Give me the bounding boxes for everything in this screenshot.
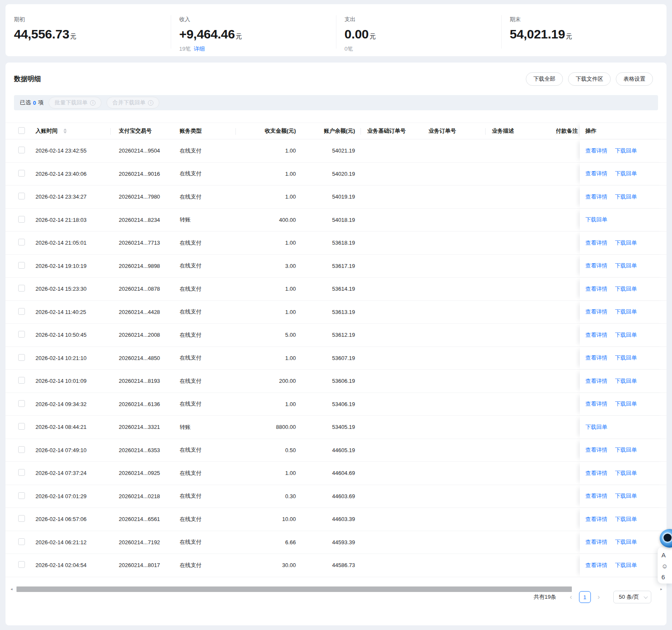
row-checkbox[interactable] (18, 538, 25, 545)
row-checkbox[interactable] (18, 423, 25, 430)
cell-amount: 1.00 (235, 470, 296, 476)
row-checkbox[interactable] (18, 193, 25, 199)
assistant-panel-icon[interactable]: 6 (661, 572, 672, 583)
cell-txid: 20260214...4850 (119, 355, 180, 361)
row-checkbox[interactable] (18, 308, 25, 315)
download-receipt-link[interactable]: 下载回单 (615, 515, 637, 523)
download-receipt-link[interactable]: 下载回单 (615, 308, 637, 316)
view-detail-link[interactable]: 查看详情 (585, 147, 607, 155)
table-settings-button[interactable]: 表格设置 (616, 72, 653, 86)
row-checkbox[interactable] (18, 170, 25, 177)
download-receipt-link[interactable]: 下载回单 (615, 469, 637, 477)
detail-link[interactable]: 详细 (194, 46, 205, 52)
view-detail-link[interactable]: 查看详情 (585, 354, 607, 362)
view-detail-link[interactable]: 查看详情 (585, 538, 607, 546)
col-header-amount: 收支金额(元) (235, 127, 296, 135)
cell-balance: 54020.19 (296, 171, 355, 177)
download-receipt-link[interactable]: 下载回单 (615, 170, 637, 177)
row-checkbox[interactable] (18, 446, 25, 453)
download-receipt-link[interactable]: 下载回单 (615, 262, 637, 270)
view-detail-link[interactable]: 查看详情 (585, 492, 607, 500)
row-checkbox[interactable] (18, 400, 25, 407)
scrollbar-thumb[interactable] (16, 586, 572, 592)
row-checkbox[interactable] (18, 561, 25, 568)
summary-label: 收入 (179, 16, 336, 23)
row-checkbox[interactable] (18, 147, 25, 153)
assistant-panel-icon[interactable]: ☺ (661, 561, 672, 572)
download-receipt-link[interactable]: 下载回单 (615, 193, 637, 201)
row-checkbox[interactable] (18, 377, 25, 384)
row-checkbox[interactable] (18, 515, 25, 522)
row-checkbox[interactable] (18, 216, 25, 223)
download-receipt-link[interactable]: 下载回单 (615, 354, 637, 362)
cell-time: 2026-02-14 23:42:55 (36, 147, 119, 154)
batch-download-button[interactable]: 批量下载回单 i (49, 97, 101, 109)
download-receipt-link[interactable]: 下载回单 (615, 562, 637, 569)
view-detail-link[interactable]: 查看详情 (585, 562, 607, 569)
row-checkbox[interactable] (18, 469, 25, 476)
cell-time: 2026-02-14 10:21:10 (36, 355, 119, 361)
download-receipt-link[interactable]: 下载回单 (615, 331, 637, 339)
page-number-button[interactable]: 1 (579, 591, 591, 603)
download-receipt-link[interactable]: 下载回单 (615, 239, 637, 247)
next-page-icon[interactable]: › (594, 591, 604, 603)
row-checkbox[interactable] (18, 262, 25, 269)
cell-actions: 查看详情 下载回单 (580, 139, 667, 162)
cell-actions: 查看详情 下载回单 (580, 508, 667, 531)
row-checkbox[interactable] (18, 331, 25, 338)
total-count: 共有19条 (534, 593, 556, 601)
download-receipt-link[interactable]: 下载回单 (585, 423, 607, 431)
row-checkbox[interactable] (18, 239, 25, 245)
download-receipt-link[interactable]: 下载回单 (615, 492, 637, 500)
view-detail-link[interactable]: 查看详情 (585, 469, 607, 477)
merge-download-button[interactable]: 合并下载回单 i (107, 97, 159, 109)
column-separator (110, 128, 111, 135)
view-detail-link[interactable]: 查看详情 (585, 170, 607, 177)
prev-page-icon[interactable]: ‹ (566, 591, 576, 603)
table-row: 2026-02-14 08:44:21 20260214...3321 转账 8… (5, 416, 667, 439)
download-receipt-link[interactable]: 下载回单 (615, 446, 637, 454)
chevron-down-icon (644, 595, 648, 599)
view-detail-link[interactable]: 查看详情 (585, 400, 607, 408)
cell-txid: 20260214...0925 (119, 470, 180, 476)
download-receipt-link[interactable]: 下载回单 (615, 538, 637, 546)
view-detail-link[interactable]: 查看详情 (585, 285, 607, 293)
download-all-button[interactable]: 下载全部 (526, 72, 563, 86)
cell-actions: 查看详情 下载回单 (580, 255, 667, 278)
info-icon[interactable]: i (148, 100, 153, 106)
cell-txid: 20260214...8234 (119, 217, 180, 223)
cell-txid: 20260214...8193 (119, 378, 180, 384)
cell-balance: 53406.19 (296, 401, 355, 407)
download-receipt-link[interactable]: 下载回单 (615, 147, 637, 155)
select-all-checkbox[interactable] (18, 127, 25, 134)
sort-icon[interactable] (63, 128, 67, 134)
view-detail-link[interactable]: 查看详情 (585, 331, 607, 339)
row-checkbox[interactable] (18, 354, 25, 361)
view-detail-link[interactable]: 查看详情 (585, 239, 607, 247)
download-receipt-link[interactable]: 下载回单 (615, 285, 637, 293)
row-checkbox[interactable] (18, 492, 25, 499)
cell-txid: 20260214...6136 (119, 401, 180, 407)
download-receipt-link[interactable]: 下载回单 (585, 216, 607, 224)
view-detail-link[interactable]: 查看详情 (585, 308, 607, 316)
page-size-select[interactable]: 50 条/页 (613, 591, 651, 603)
cell-amount: 1.00 (235, 355, 296, 361)
cell-time: 2026-02-14 07:49:10 (36, 447, 119, 453)
column-separator (361, 128, 361, 135)
download-receipt-link[interactable]: 下载回单 (615, 400, 637, 408)
scroll-right-icon[interactable]: ▸ (660, 586, 662, 592)
view-detail-link[interactable]: 查看详情 (585, 262, 607, 270)
info-icon[interactable]: i (90, 100, 96, 106)
table-row: 2026-02-14 15:23:30 20260214...0878 在线支付… (5, 278, 667, 301)
assistant-panel-icon[interactable]: A (661, 550, 672, 561)
download-receipt-link[interactable]: 下载回单 (615, 377, 637, 385)
cell-amount: 1.00 (235, 147, 296, 154)
view-detail-link[interactable]: 查看详情 (585, 377, 607, 385)
row-checkbox[interactable] (18, 285, 25, 292)
cell-type: 在线支付 (180, 193, 235, 201)
view-detail-link[interactable]: 查看详情 (585, 446, 607, 454)
scroll-left-icon[interactable]: ◂ (11, 586, 13, 592)
download-zone-button[interactable]: 下载文件区 (568, 72, 611, 86)
view-detail-link[interactable]: 查看详情 (585, 515, 607, 523)
view-detail-link[interactable]: 查看详情 (585, 193, 607, 201)
